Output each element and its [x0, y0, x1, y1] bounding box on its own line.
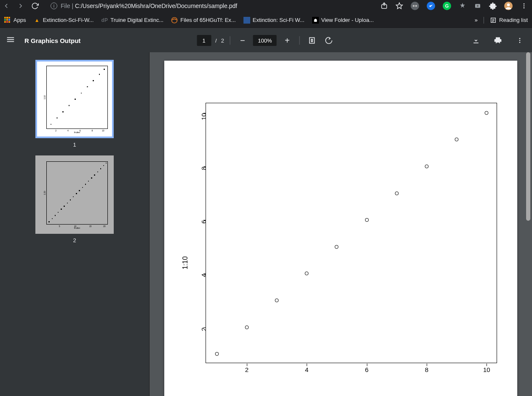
data-point: [275, 298, 279, 302]
y-tick-label: 4: [200, 274, 207, 284]
thumbnail-image: 1:10 Index 2 4 6 8 10: [35, 60, 114, 138]
extension-icon-3[interactable]: G: [443, 2, 451, 10]
extension-icon-1[interactable]: [411, 2, 419, 10]
page-number-input[interactable]: 1: [197, 35, 211, 46]
x-tick-label: 4: [305, 366, 308, 373]
print-button[interactable]: [492, 34, 504, 47]
bookmark-item[interactable]: Files of 65HGuTf: Ex...: [171, 17, 236, 24]
thumbnail-label: 2: [73, 237, 76, 243]
browser-toolbar: i File | C:/Users/Priyank%20Mishra/OneDr…: [0, 0, 532, 12]
share-icon[interactable]: [380, 2, 388, 10]
svg-point-9: [524, 7, 525, 8]
toolbar-center: 1 / 2 − 100% +: [197, 34, 335, 47]
bookmark-label: Extinction-Sci-Fi-W...: [43, 17, 94, 23]
vertical-scrollbar[interactable]: [525, 52, 531, 396]
svg-rect-19: [473, 43, 479, 43]
zoom-out-button[interactable]: −: [236, 34, 249, 47]
x-tick-label: 8: [425, 366, 428, 373]
page-total: 2: [221, 37, 224, 44]
back-button[interactable]: [3, 2, 10, 10]
bookmark-label: View Folder - Uploa...: [321, 17, 374, 23]
scrollbar-thumb[interactable]: [526, 52, 530, 221]
forward-button[interactable]: [17, 2, 24, 10]
site-info-icon[interactable]: i: [51, 3, 57, 9]
separator: [230, 36, 230, 45]
svg-point-20: [519, 38, 521, 39]
document-viewport[interactable]: 1:10 246810246810: [150, 52, 532, 396]
toolbar-right-icons: G: [380, 2, 529, 10]
svg-point-2: [413, 5, 415, 7]
address-bar[interactable]: i File | C:/Users/Priyank%20Mishra/OneDr…: [45, 3, 374, 9]
y-tick-label: 8: [200, 167, 207, 177]
data-point: [455, 138, 459, 142]
x-tick-label: 10: [483, 366, 490, 373]
thumbnail-page-1[interactable]: 1:10 Index 2 4 6 8 10: [35, 60, 114, 148]
reading-list-button[interactable]: Reading list: [484, 17, 528, 24]
thumbnail-label: 1: [73, 142, 76, 148]
plot-area: 246810246810: [206, 103, 497, 363]
favicon-icon: [171, 17, 178, 24]
bookmark-item[interactable]: Extinction: Sci-Fi W...: [243, 17, 305, 24]
url-text: File | C:/Users/Priyank%20Mishra/OneDriv…: [61, 3, 237, 9]
bookmarks-bar: Apps ▲ Extinction-Sci-Fi-W... dP Truine …: [0, 12, 532, 29]
data-point: [305, 272, 309, 276]
pdf-page-1: 1:10 246810246810: [164, 61, 517, 396]
svg-point-6: [507, 3, 510, 6]
pdf-toolbar: R Graphics Output 1 / 2 − 100% +: [0, 29, 532, 52]
svg-marker-1: [396, 3, 403, 9]
profile-avatar-icon[interactable]: [504, 2, 513, 10]
extensions-icon[interactable]: [489, 2, 497, 10]
fit-page-button[interactable]: [306, 34, 318, 47]
page-separator: /: [215, 37, 217, 44]
bookmark-label: Files of 65HGuTf: Ex...: [180, 17, 236, 23]
data-point: [485, 111, 489, 115]
chart: 1:10 246810246810: [190, 103, 501, 396]
y-tick-label: 10: [200, 113, 207, 123]
favicon-icon: [312, 17, 319, 24]
svg-point-7: [524, 3, 525, 5]
svg-point-22: [519, 42, 521, 43]
separator: [299, 36, 300, 45]
sidebar-toggle-icon[interactable]: [6, 35, 15, 46]
reload-button[interactable]: [31, 2, 39, 10]
extension-icon-2[interactable]: [427, 2, 435, 10]
svg-point-3: [415, 5, 417, 7]
more-menu-button[interactable]: [513, 34, 526, 47]
reading-list-label: Reading list: [499, 17, 528, 23]
download-button[interactable]: [470, 34, 482, 47]
bookmark-star-icon[interactable]: [396, 2, 403, 10]
svg-point-21: [519, 40, 521, 41]
data-point: [245, 325, 249, 329]
reading-list-icon: [490, 17, 497, 24]
bookmarks-overflow-icon[interactable]: »: [475, 17, 478, 23]
svg-point-8: [524, 5, 525, 7]
zoom-in-button[interactable]: +: [281, 34, 294, 47]
data-point: [365, 218, 369, 222]
apps-label: Apps: [13, 17, 26, 23]
bookmark-item[interactable]: View Folder - Uploa...: [312, 17, 374, 24]
favicon-icon: [243, 17, 250, 24]
chart-y-label: 1:10: [182, 256, 189, 269]
thumbnail-panel: 1:10 Index 2 4 6 8 10: [0, 52, 150, 396]
thumbnail-page-2[interactable]: 1:20 Index: [35, 155, 114, 243]
favicon-icon: dP: [101, 17, 108, 24]
extension-icon-5[interactable]: [474, 2, 481, 10]
zoom-level-input[interactable]: 100%: [253, 35, 277, 46]
extension-icon-4[interactable]: [459, 2, 466, 10]
main-area: 1:10 Index 2 4 6 8 10: [0, 52, 532, 396]
chrome-menu-icon[interactable]: [520, 2, 528, 10]
bookmark-item[interactable]: ▲ Extinction-Sci-Fi-W...: [34, 17, 94, 24]
bookmark-item[interactable]: dP Truine Digital Extinc...: [101, 17, 163, 24]
bookmark-label: Extinction: Sci-Fi W...: [253, 17, 305, 23]
rotate-button[interactable]: [323, 34, 335, 47]
y-tick-label: 2: [200, 327, 207, 337]
x-tick-label: 2: [245, 366, 249, 373]
apps-shortcut[interactable]: Apps: [4, 17, 26, 24]
y-tick-label: 6: [200, 220, 207, 230]
apps-icon: [4, 17, 11, 24]
bookmark-label: Truine Digital Extinc...: [110, 17, 163, 23]
data-point: [335, 245, 339, 249]
svg-point-5: [477, 5, 479, 7]
data-point: [395, 191, 398, 195]
svg-rect-16: [7, 39, 14, 40]
